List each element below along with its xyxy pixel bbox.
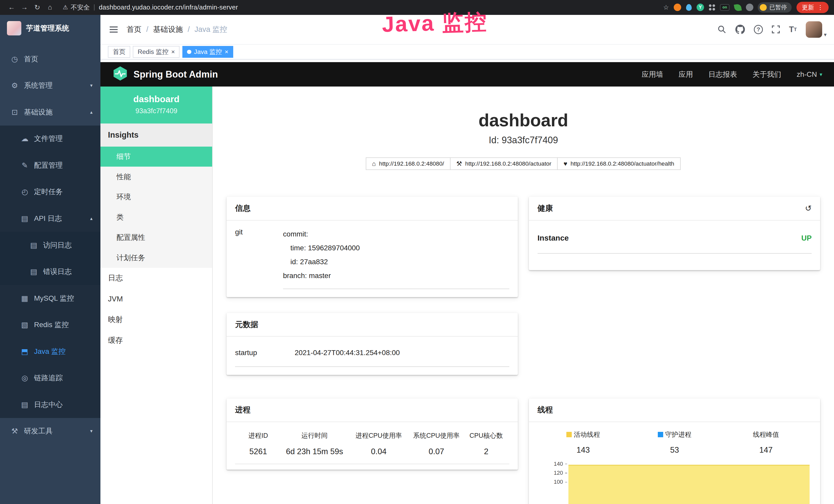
font-size-icon[interactable]: TT xyxy=(789,25,797,34)
sba-item-scheduled-tasks[interactable]: 计划任务 xyxy=(101,248,212,268)
sba-logo-icon[interactable] xyxy=(112,66,128,84)
update-button[interactable]: 更新 ⋮ xyxy=(796,2,829,13)
sba-item-jvm[interactable]: JVM xyxy=(101,289,212,310)
sba-instance-header[interactable]: dashboard 93a3fc7f7409 xyxy=(101,87,212,123)
sidebar-item-infra[interactable]: ⊡基础设施▴ xyxy=(0,99,101,125)
forward-icon[interactable]: → xyxy=(18,3,31,11)
sidebar-item-home[interactable]: ◷首页 xyxy=(0,46,101,72)
actuator-url-link[interactable]: ⚒http://192.168.0.2:48080/actuator xyxy=(450,157,558,170)
document-icon: ▤ xyxy=(29,267,38,276)
sba-item-mappings[interactable]: 映射 xyxy=(101,309,212,330)
help-icon[interactable]: ? xyxy=(754,25,763,34)
extension-switch-icon[interactable]: on xyxy=(720,4,729,11)
caret-down-icon: ▾ xyxy=(824,31,827,38)
metadata-value: 2021-04-27T00:44:31.254+08:00 xyxy=(294,347,400,359)
sidebar-item-java-monitor[interactable]: ⬒Java 监控 xyxy=(0,338,101,365)
document-icon: ▤ xyxy=(29,241,38,250)
paused-badge[interactable]: 已暂停 xyxy=(758,2,792,12)
embedded-frame: Spring Boot Admin 应用墙 应用 日志报表 关于我们 zh-CN… xyxy=(101,60,834,504)
sba-item-environment[interactable]: 环境 xyxy=(101,187,212,207)
sba-language-select[interactable]: zh-CN▾ xyxy=(797,70,822,78)
extension-leaf-icon[interactable] xyxy=(734,3,742,11)
edit-icon: ✎ xyxy=(20,161,29,170)
extension-drop-icon[interactable] xyxy=(686,4,692,11)
info-key: git xyxy=(235,227,283,289)
sba-nav-about[interactable]: 关于我们 xyxy=(752,70,781,79)
extension-green-icon[interactable]: Y xyxy=(697,4,704,11)
monitor-icon: ⬒ xyxy=(20,347,29,356)
health-url-link[interactable]: ♥http://192.168.0.2:48080/actuator/healt… xyxy=(557,157,680,170)
sidebar-item-jobs[interactable]: ◴定时任务 xyxy=(0,179,101,205)
tab-java-monitor[interactable]: Java 监控× xyxy=(182,46,233,58)
health-row[interactable]: Instance UP xyxy=(537,230,812,254)
sba-header: Spring Boot Admin 应用墙 应用 日志报表 关于我们 zh-CN… xyxy=(101,62,834,87)
active-dot xyxy=(187,50,191,54)
legend-swatch-live xyxy=(566,432,572,437)
sidebar-item-log-center[interactable]: ▤日志中心 xyxy=(0,391,101,418)
extension-puppeteer-icon[interactable] xyxy=(746,4,753,11)
infra-icon: ⊡ xyxy=(10,108,19,117)
sidebar-item-config[interactable]: ✎配置管理 xyxy=(0,152,101,179)
avatar[interactable]: ▾ xyxy=(806,21,827,38)
sidebar-item-access-log[interactable]: ▤访问日志 xyxy=(0,232,101,258)
app-header: 首页 / 基础设施 / Java 监控 ? xyxy=(101,15,834,45)
tab-home[interactable]: 首页 xyxy=(108,46,130,58)
search-icon[interactable] xyxy=(718,25,726,33)
extension-lighthouse-icon[interactable] xyxy=(674,4,681,11)
history-icon[interactable]: ↺ xyxy=(805,204,812,213)
address-url[interactable]: dashboard.yudao.iocoder.cn/infra/admin-s… xyxy=(99,4,238,11)
tools-icon: ⚒ xyxy=(10,427,19,435)
sba-item-logs[interactable]: 日志 xyxy=(101,268,212,289)
extension-apps-icon[interactable] xyxy=(709,4,715,11)
sidebar-item-files[interactable]: ☁文件管理 xyxy=(0,125,101,152)
threads-card-title: 线程 xyxy=(529,398,820,422)
process-cpu-stat: 进程CPU使用率0.04 xyxy=(350,431,408,456)
back-icon[interactable]: ← xyxy=(5,3,18,11)
url-divider xyxy=(94,4,94,11)
sidebar-item-error-log[interactable]: ▤错误日志 xyxy=(0,258,101,285)
close-icon[interactable]: × xyxy=(225,48,228,55)
sba-section-insights: Insights xyxy=(101,123,212,146)
sba-nav-applications[interactable]: 应用 xyxy=(679,70,693,79)
stack-icon: ▧ xyxy=(20,320,29,329)
tab-redis-monitor[interactable]: Redis 监控× xyxy=(133,46,179,58)
github-icon[interactable] xyxy=(736,25,745,34)
sidebar-item-tracing[interactable]: ◎链路追踪 xyxy=(0,365,101,391)
status-badge: UP xyxy=(802,234,812,243)
smiley-icon xyxy=(760,4,767,11)
sidebar-item-system[interactable]: ⚙系统管理▾ xyxy=(0,72,101,99)
live-threads-stat: 活动线程143 xyxy=(537,430,629,455)
reload-icon[interactable]: ↻ xyxy=(31,3,44,12)
fullscreen-icon[interactable] xyxy=(772,25,780,33)
sba-item-caches[interactable]: 缓存 xyxy=(101,330,212,351)
metadata-key: startup xyxy=(235,347,294,359)
sba-item-metrics[interactable]: 性能 xyxy=(101,167,212,187)
breadcrumb-section[interactable]: 基础设施 xyxy=(153,24,183,35)
chevron-down-icon: ▾ xyxy=(90,83,92,88)
home-icon[interactable]: ⌂ xyxy=(44,3,57,11)
uptime-stat: 运行时间6d 23h 15m 59s xyxy=(279,431,350,456)
close-icon[interactable]: × xyxy=(171,48,175,55)
sidebar-item-api-log[interactable]: ▤API 日志▴ xyxy=(0,205,101,232)
breadcrumb-home[interactable]: 首页 xyxy=(127,24,141,35)
bookmark-star-icon[interactable]: ☆ xyxy=(663,4,669,11)
threads-chart: 140 120 100 xyxy=(537,463,812,504)
sba-sidebar: dashboard 93a3fc7f7409 Insights 细节 性能 环境… xyxy=(101,87,213,504)
app-logo-row[interactable]: 芋道管理系统 xyxy=(0,15,101,42)
sba-item-config-props[interactable]: 配置属性 xyxy=(101,228,212,248)
sba-item-details[interactable]: 细节 xyxy=(101,146,212,167)
sba-nav-wallboard[interactable]: 应用墙 xyxy=(642,70,663,79)
eye-icon: ◎ xyxy=(20,373,29,382)
sidebar-item-devtools[interactable]: ⚒研发工具▾ xyxy=(0,418,101,445)
sba-content: dashboard Id: 93a3fc7f7409 ⌂http://192.1… xyxy=(213,87,834,504)
site-security[interactable]: ⚠ 不安全 xyxy=(63,3,90,12)
breadcrumb: 首页 / 基础设施 / Java 监控 xyxy=(127,24,227,35)
sba-nav-journal[interactable]: 日志报表 xyxy=(708,70,737,79)
service-url-link[interactable]: ⌂http://192.168.0.2:48080/ xyxy=(366,157,451,170)
sidebar-item-mysql[interactable]: ▦MySQL 监控 xyxy=(0,285,101,312)
sba-item-classes[interactable]: 类 xyxy=(101,207,212,228)
hamburger-icon[interactable] xyxy=(110,26,118,33)
info-card-title: 信息 xyxy=(226,197,518,221)
kebab-menu-icon[interactable]: ⋮ xyxy=(817,4,824,11)
sidebar-item-redis[interactable]: ▧Redis 监控 xyxy=(0,312,101,338)
